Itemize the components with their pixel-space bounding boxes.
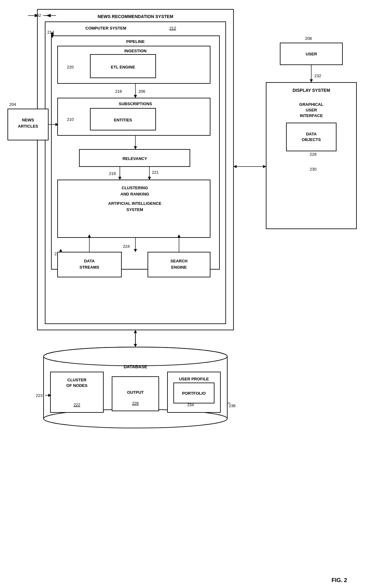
svg-text:ENGINE: ENGINE bbox=[171, 265, 187, 270]
svg-text:ENTITIES: ENTITIES bbox=[114, 118, 132, 122]
svg-text:214: 214 bbox=[47, 30, 54, 35]
svg-text:NEWS RECOMMENDATION SYSTEM: NEWS RECOMMENDATION SYSTEM bbox=[97, 14, 173, 19]
svg-text:221: 221 bbox=[152, 170, 159, 175]
svg-text:206: 206 bbox=[139, 89, 145, 94]
svg-marker-59 bbox=[134, 344, 137, 347]
svg-text:OBJECTS: OBJECTS bbox=[302, 137, 321, 142]
svg-text:208: 208 bbox=[305, 36, 312, 41]
svg-text:222: 222 bbox=[73, 402, 80, 407]
svg-text:DATA: DATA bbox=[306, 132, 317, 136]
svg-text:DATABASE: DATABASE bbox=[124, 364, 147, 369]
svg-text:223: 223 bbox=[36, 393, 43, 398]
svg-text:212: 212 bbox=[169, 26, 176, 31]
svg-text:SEARCH: SEARCH bbox=[171, 259, 188, 263]
svg-text:OF NODES: OF NODES bbox=[66, 383, 87, 388]
svg-text:INGESTION: INGESTION bbox=[124, 49, 147, 53]
svg-text:INTERFACE: INTERFACE bbox=[300, 113, 323, 118]
svg-text:RELEVANCY: RELEVANCY bbox=[122, 156, 147, 161]
svg-point-65 bbox=[44, 347, 227, 366]
svg-text:USER PROFILE: USER PROFILE bbox=[179, 377, 209, 381]
svg-text:USER: USER bbox=[306, 108, 317, 112]
svg-text:219: 219 bbox=[109, 171, 116, 176]
svg-text:USER: USER bbox=[306, 52, 317, 56]
svg-text:PIPELINE: PIPELINE bbox=[126, 39, 145, 44]
svg-rect-101 bbox=[286, 123, 336, 151]
svg-text:STREAMS: STREAMS bbox=[79, 265, 99, 270]
svg-text:DATA: DATA bbox=[84, 259, 95, 263]
svg-text:236: 236 bbox=[229, 403, 236, 408]
svg-text:SUBSCRIPTIONS: SUBSCRIPTIONS bbox=[119, 101, 152, 106]
svg-text:234: 234 bbox=[187, 402, 194, 407]
svg-text:204: 204 bbox=[9, 102, 16, 107]
svg-marker-107 bbox=[233, 165, 237, 168]
svg-marker-108 bbox=[263, 165, 266, 168]
svg-rect-47 bbox=[58, 252, 121, 277]
svg-text:232: 232 bbox=[314, 73, 321, 78]
svg-text:220: 220 bbox=[67, 65, 74, 69]
svg-text:GRAPHICAL: GRAPHICAL bbox=[299, 102, 323, 107]
svg-text:210: 210 bbox=[67, 117, 74, 122]
svg-text:FIG. 2: FIG. 2 bbox=[332, 577, 347, 583]
svg-text:216: 216 bbox=[115, 89, 122, 94]
svg-text:CLUSTERING: CLUSTERING bbox=[122, 186, 148, 190]
svg-marker-58 bbox=[134, 330, 137, 333]
svg-text:ETL ENGINE: ETL ENGINE bbox=[111, 65, 135, 69]
svg-marker-94 bbox=[310, 79, 313, 82]
diagram: NEWS RECOMMENDATION SYSTEM 202 COMPUTER … bbox=[0, 0, 386, 588]
svg-text:SYSTEM: SYSTEM bbox=[126, 207, 143, 212]
svg-text:COMPUTER SYSTEM: COMPUTER SYSTEM bbox=[85, 26, 126, 31]
svg-text:OUTPUT: OUTPUT bbox=[127, 390, 144, 395]
svg-text:DISPLAY SYSTEM: DISPLAY SYSTEM bbox=[293, 88, 330, 93]
svg-text:CLUSTER: CLUSTER bbox=[67, 378, 87, 382]
svg-text:NEWS: NEWS bbox=[22, 118, 34, 122]
svg-text:ARTIFICIAL INTELLIGENCE: ARTIFICIAL INTELLIGENCE bbox=[108, 201, 162, 206]
svg-text:PORTFOLIO: PORTFOLIO bbox=[182, 391, 206, 396]
svg-text:ARTICLES: ARTICLES bbox=[18, 124, 38, 129]
svg-text:AND RANKING: AND RANKING bbox=[120, 192, 149, 196]
svg-text:230: 230 bbox=[310, 167, 317, 172]
svg-text:224: 224 bbox=[123, 244, 130, 249]
svg-rect-50 bbox=[148, 252, 210, 277]
diagram-svg: NEWS RECOMMENDATION SYSTEM 202 COMPUTER … bbox=[0, 0, 386, 588]
svg-text:226: 226 bbox=[132, 401, 139, 406]
svg-text:228: 228 bbox=[310, 152, 317, 157]
